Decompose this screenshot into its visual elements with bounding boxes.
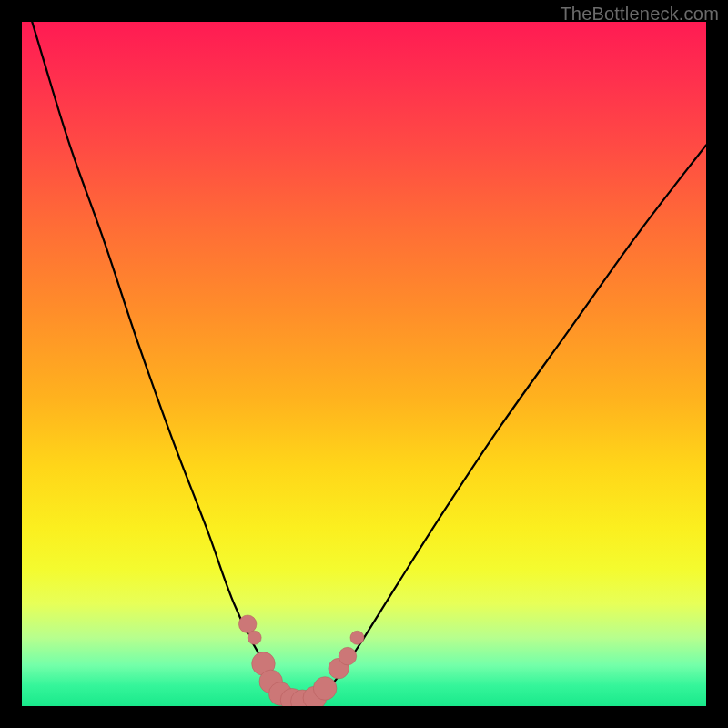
chart-frame [22,22,706,706]
watermark-text: TheBottleneck.com [560,4,719,25]
gradient-background [22,22,706,706]
